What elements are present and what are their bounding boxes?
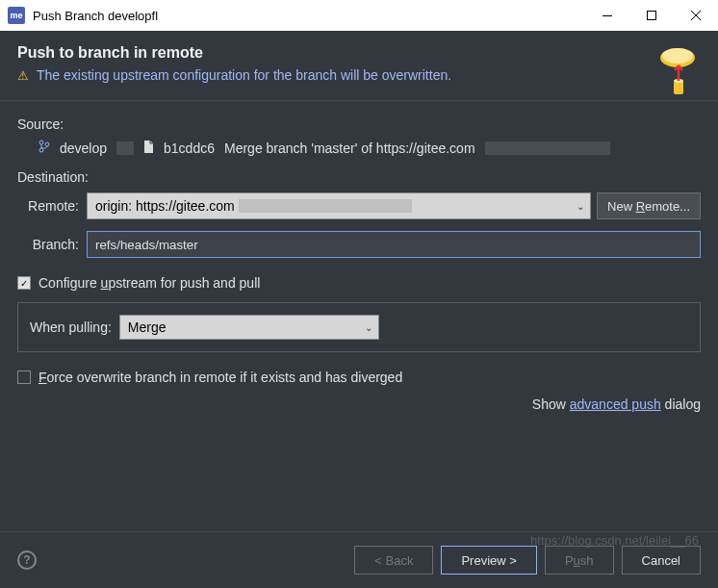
dialog-title: Push to branch in remote [17, 44, 701, 62]
close-button[interactable] [674, 0, 718, 31]
window-title: Push Branch developfl [33, 9, 585, 23]
force-overwrite-checkbox[interactable] [17, 371, 31, 384]
svg-point-6 [39, 141, 43, 144]
new-remote-button[interactable]: New Remote... [597, 192, 701, 219]
maximize-icon [647, 11, 656, 20]
back-button[interactable]: < Back [354, 546, 433, 575]
warning-icon: ⚠ [17, 68, 29, 83]
chevron-down-icon: ⌄ [577, 201, 584, 212]
warning-text: The existing upstream configuration for … [37, 67, 451, 83]
source-row: develop b1cddc6 Merge branch 'master' of… [17, 140, 701, 156]
remote-row: Remote: origin: https://gitee.com ⌄ New … [17, 192, 701, 219]
pull-config-panel: When pulling: Merge ⌄ [17, 302, 701, 352]
svg-rect-4 [674, 81, 683, 94]
advanced-prefix: Show [532, 396, 570, 412]
redacted-area [239, 199, 412, 213]
minimize-icon [603, 15, 612, 16]
push-button[interactable]: Push [545, 546, 614, 575]
file-icon [143, 141, 154, 156]
window-controls [585, 0, 718, 31]
remote-dropdown[interactable]: origin: https://gitee.com ⌄ [87, 192, 591, 219]
destination-label: Destination: [17, 169, 701, 185]
svg-rect-0 [603, 15, 612, 16]
redacted-area [116, 141, 134, 155]
remote-label: Remote: [17, 198, 87, 214]
force-overwrite-label: Force overwrite branch in remote if it e… [38, 370, 402, 385]
advanced-push-link[interactable]: advanced push [570, 396, 661, 412]
close-icon [691, 11, 701, 20]
source-message: Merge branch 'master' of https://gitee.c… [224, 141, 475, 156]
branch-icon [38, 140, 50, 156]
titlebar: me Push Branch developfl [0, 0, 718, 31]
chevron-down-icon: ⌄ [365, 322, 372, 333]
svg-rect-1 [648, 12, 656, 20]
warning-row: ⚠ The existing upstream configuration fo… [17, 67, 701, 83]
redacted-area [485, 141, 610, 155]
preview-button[interactable]: Preview > [441, 546, 536, 575]
branch-input[interactable] [87, 231, 701, 258]
when-pulling-dropdown[interactable]: Merge ⌄ [119, 315, 379, 340]
cloud-upload-icon [654, 44, 701, 101]
branch-row: Branch: 💡 [17, 231, 701, 258]
source-commit: b1cddc6 [164, 141, 215, 156]
branch-label: Branch: [17, 237, 87, 252]
svg-point-8 [45, 142, 49, 146]
force-overwrite-row: Force overwrite branch in remote if it e… [17, 370, 701, 385]
maximize-button[interactable] [629, 0, 674, 31]
remote-value: origin: https://gitee.com [95, 198, 235, 214]
advanced-push-row: Show advanced push dialog [17, 396, 701, 412]
app-icon: me [8, 7, 25, 24]
configure-upstream-row: ✓ Configure upstream for push and pull [17, 275, 701, 291]
svg-point-3 [662, 48, 693, 64]
cancel-button[interactable]: Cancel [622, 546, 701, 575]
advanced-suffix: dialog [661, 396, 701, 412]
source-branch: develop [60, 141, 107, 156]
help-button[interactable]: ? [17, 550, 37, 570]
dialog-footer: ? < Back Preview > Push Cancel [0, 531, 718, 588]
minimize-button[interactable] [585, 0, 629, 31]
dialog-body: Source: develop b1cddc6 Merge branch 'ma… [0, 101, 718, 427]
configure-upstream-checkbox[interactable]: ✓ [17, 276, 31, 290]
configure-upstream-label: Configure upstream for push and pull [38, 275, 260, 291]
source-label: Source: [17, 116, 701, 132]
when-pulling-value: Merge [128, 320, 167, 335]
svg-point-7 [39, 148, 43, 152]
dialog-header: Push to branch in remote ⚠ The existing … [0, 31, 718, 101]
when-pulling-label: When pulling: [30, 320, 112, 335]
